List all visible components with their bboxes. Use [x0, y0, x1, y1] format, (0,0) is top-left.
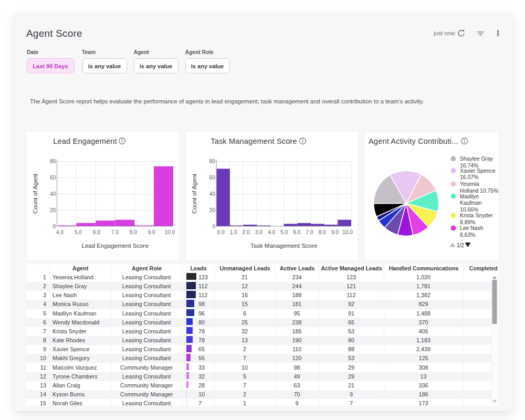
svg-text:10.0: 10.0 [342, 229, 353, 235]
svg-text:Lead Engagement Score: Lead Engagement Score [82, 243, 149, 249]
svg-text:Yesenia: Yesenia [460, 181, 479, 187]
svg-text:1/2: 1/2 [457, 243, 464, 248]
svg-text:40: 40 [50, 191, 56, 197]
svg-text:8.0: 8.0 [319, 229, 326, 235]
svg-text:20: 20 [50, 207, 56, 213]
svg-text:10.0: 10.0 [165, 229, 175, 235]
svg-text:Task Management Score: Task Management Score [250, 243, 317, 249]
svg-text:9.0: 9.0 [331, 229, 339, 235]
svg-text:60: 60 [209, 175, 216, 181]
svg-text:5.0: 5.0 [75, 229, 82, 235]
svg-text:3.0: 3.0 [255, 229, 262, 235]
svg-text:Xavier Spence: Xavier Spence [460, 168, 496, 174]
svg-text:2.0: 2.0 [243, 229, 250, 235]
svg-text:80: 80 [50, 159, 56, 164]
svg-text:60: 60 [50, 175, 56, 181]
svg-text:5.0: 5.0 [280, 229, 288, 235]
svg-text:6.0: 6.0 [93, 229, 100, 235]
svg-text:0.0: 0.0 [217, 229, 225, 235]
svg-text:8.89%: 8.89% [460, 219, 475, 225]
svg-text:8.0: 8.0 [130, 229, 137, 235]
svg-text:7.0: 7.0 [111, 229, 119, 235]
svg-text:4.0: 4.0 [56, 229, 64, 235]
svg-text:40: 40 [209, 191, 216, 197]
svg-text:Lee Nash: Lee Nash [460, 225, 484, 231]
svg-text:4.0: 4.0 [268, 229, 275, 235]
svg-text:80: 80 [209, 159, 216, 164]
svg-text:Count of Agent: Count of Agent [191, 173, 197, 214]
svg-text:20: 20 [209, 207, 216, 213]
svg-text:8.63%: 8.63% [460, 232, 475, 238]
svg-text:Holland 10.75%: Holland 10.75% [460, 188, 498, 194]
svg-text:7.0: 7.0 [306, 229, 313, 235]
svg-text:9.0: 9.0 [148, 229, 155, 235]
svg-text:Shaylee Gray: Shaylee Gray [460, 156, 494, 162]
svg-text:10.66%: 10.66% [460, 207, 478, 213]
svg-text:Kaufman: Kaufman [460, 200, 482, 206]
svg-text:1.0: 1.0 [230, 229, 237, 235]
svg-text:6.0: 6.0 [293, 229, 300, 235]
svg-text:Madilyn: Madilyn [460, 194, 479, 200]
svg-text:Krista Snyder: Krista Snyder [460, 213, 493, 218]
svg-text:16.07%: 16.07% [460, 174, 478, 180]
svg-text:Count of Agent: Count of Agent [32, 173, 38, 214]
